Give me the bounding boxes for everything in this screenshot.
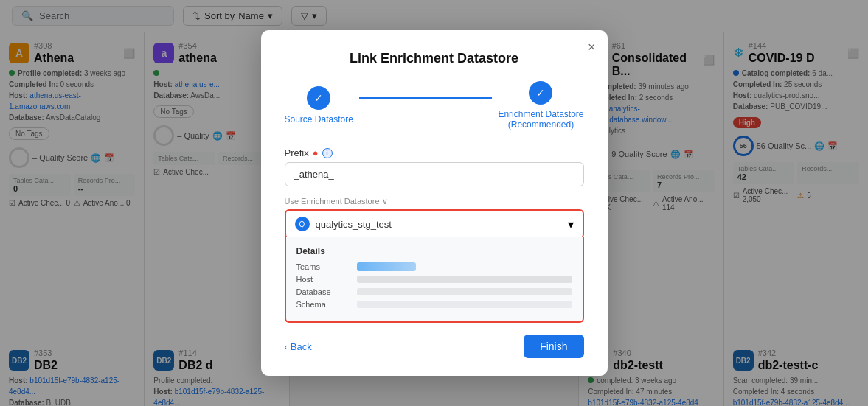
- modal-close-button[interactable]: ×: [588, 41, 596, 54]
- use-enrichment-label: Use Enrichment Datastore ∨: [285, 197, 584, 206]
- datastore-select[interactable]: Q qualytics_stg_test ▾: [285, 209, 584, 239]
- prefix-group: Prefix ● i: [285, 147, 584, 186]
- detail-teams-row: Teams: [296, 262, 572, 271]
- detail-schema-row: Schema: [296, 300, 572, 309]
- chevron-left-icon: ‹: [285, 341, 288, 352]
- step-1-circle: ✓: [307, 86, 330, 110]
- details-title: Details: [296, 246, 572, 256]
- detail-database-value: [357, 288, 572, 295]
- detail-schema-value: [357, 301, 572, 308]
- step-1: ✓ Source Datastore: [285, 86, 353, 125]
- detail-teams-label: Teams: [296, 262, 348, 271]
- detail-schema-label: Schema: [296, 300, 348, 309]
- chevron-down-icon: ▾: [568, 217, 574, 231]
- detail-host-row: Host: [296, 275, 572, 284]
- modal-overlay: × Link Enrichment Datastore ✓ Source Dat…: [0, 0, 868, 406]
- step-2-circle: ✓: [529, 81, 552, 105]
- step-1-label: Source Datastore: [285, 114, 353, 125]
- detail-database-row: Database: [296, 287, 572, 296]
- details-panel: Details Teams Host Database Schema: [285, 237, 584, 323]
- step-2: ✓ Enrichment Datastore(Recommended): [498, 81, 583, 130]
- stepper: ✓ Source Datastore ✓ Enrichment Datastor…: [285, 81, 584, 130]
- required-indicator: ●: [313, 147, 319, 158]
- detail-host-label: Host: [296, 275, 348, 284]
- prefix-input[interactable]: [285, 162, 584, 186]
- detail-database-label: Database: [296, 287, 348, 296]
- selected-datastore-text: qualytics_stg_test: [316, 219, 392, 230]
- step-2-label: Enrichment Datastore(Recommended): [498, 109, 583, 130]
- datastore-select-group: Use Enrichment Datastore ∨ Q qualytics_s…: [285, 197, 584, 323]
- link-enrichment-modal: × Link Enrichment Datastore ✓ Source Dat…: [261, 30, 608, 376]
- detail-teams-value: [357, 262, 416, 271]
- step-line: [359, 97, 493, 99]
- modal-footer: ‹ Back Finish: [285, 335, 584, 358]
- finish-button[interactable]: Finish: [524, 335, 583, 358]
- prefix-label: Prefix ● i: [285, 147, 584, 158]
- back-button[interactable]: ‹ Back: [285, 341, 312, 352]
- datastore-icon: Q: [295, 217, 310, 231]
- info-icon[interactable]: i: [322, 148, 333, 158]
- back-label: Back: [291, 341, 312, 352]
- detail-host-value: [357, 276, 572, 283]
- modal-title: Link Enrichment Datastore: [285, 51, 584, 66]
